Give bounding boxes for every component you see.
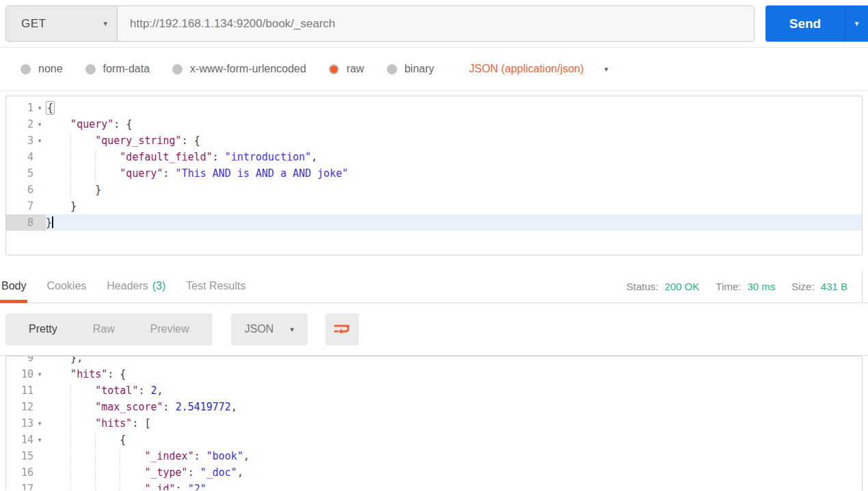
code-line-11[interactable]: 11"total": 2, bbox=[6, 382, 862, 399]
gutter: 14▾ bbox=[6, 432, 46, 448]
view-mode-label: Preview bbox=[150, 323, 189, 335]
line-number: 17 bbox=[6, 481, 33, 490]
line-number: 1 bbox=[6, 100, 33, 116]
code-line-3[interactable]: 3▾"query_string": { bbox=[6, 132, 862, 149]
divider bbox=[862, 272, 863, 303]
response-tabs: Body Cookies Headers (3) Test Results St… bbox=[0, 270, 868, 303]
url-input[interactable] bbox=[118, 6, 754, 41]
tab-label: Headers bbox=[107, 280, 148, 292]
fold-arrow-icon[interactable]: ▾ bbox=[33, 415, 46, 432]
code-text: } bbox=[46, 182, 862, 198]
line-number: 3 bbox=[6, 132, 33, 149]
request-body-editor[interactable]: 1▾{2▾"query": {3▾"query_string": {4"defa… bbox=[5, 96, 863, 255]
code-text: }, bbox=[46, 356, 862, 366]
size-value: 431 B bbox=[821, 281, 847, 292]
response-format-select[interactable]: JSON ▾ bbox=[231, 313, 308, 346]
code-text: "query": "This AND is AND a AND joke" bbox=[46, 165, 862, 182]
chevron-down-icon: ▾ bbox=[290, 325, 294, 334]
gutter: 13▾ bbox=[6, 415, 46, 432]
code-line-10[interactable]: 10▾"hits": { bbox=[6, 366, 862, 382]
gutter: 10▾ bbox=[6, 366, 46, 382]
radio-label: x-www-form-urlencoded bbox=[190, 63, 306, 75]
status-label: Status: bbox=[627, 281, 659, 292]
content-type-label: JSON (application/json) bbox=[469, 63, 584, 75]
url-control: GET ▾ bbox=[5, 5, 755, 42]
headers-count-badge: (3) bbox=[152, 280, 166, 292]
tab-test-results[interactable]: Test Results bbox=[185, 270, 247, 303]
code-line-2[interactable]: 2▾"query": { bbox=[6, 116, 862, 132]
code-text: "query": { bbox=[46, 116, 862, 132]
chevron-down-icon: ▾ bbox=[604, 65, 608, 74]
send-button[interactable]: Send bbox=[765, 5, 845, 42]
gutter: 6 bbox=[6, 182, 46, 198]
status-value: 200 OK bbox=[664, 281, 699, 292]
wrap-text-button[interactable] bbox=[325, 313, 359, 346]
fold-arrow-icon[interactable]: ▾ bbox=[33, 432, 46, 448]
chevron-down-icon: ▾ bbox=[855, 19, 859, 28]
code-line-6[interactable]: 6} bbox=[6, 182, 862, 198]
code-text: "hits": { bbox=[46, 366, 862, 382]
line-number: 12 bbox=[6, 399, 33, 415]
radio-none[interactable]: none bbox=[21, 63, 63, 75]
code-line-15[interactable]: 15"_index": "book", bbox=[6, 448, 862, 464]
fold-arrow-icon[interactable]: ▾ bbox=[33, 100, 46, 116]
time-value: 30 ms bbox=[747, 281, 775, 292]
code-line-14[interactable]: 14▾{ bbox=[6, 432, 862, 448]
line-number: 8 bbox=[6, 214, 33, 231]
code-line-4[interactable]: 4"default_field": "introduction", bbox=[6, 149, 862, 165]
line-number: 14 bbox=[6, 432, 33, 448]
line-number: 5 bbox=[6, 165, 33, 182]
status-meta: Status: 200 OK bbox=[627, 281, 700, 292]
code-text: { bbox=[46, 100, 862, 116]
view-mode-raw[interactable]: Raw bbox=[75, 323, 133, 335]
gutter: 12 bbox=[6, 399, 46, 415]
fold-arrow-icon[interactable]: ▾ bbox=[33, 116, 46, 132]
gutter: 7 bbox=[6, 198, 46, 214]
fold-arrow-icon[interactable]: ▾ bbox=[33, 366, 46, 382]
radio-raw[interactable]: raw bbox=[329, 63, 364, 75]
view-mode-label: Raw bbox=[93, 323, 115, 335]
send-label: Send bbox=[789, 16, 821, 31]
radio-form-data[interactable]: form-data bbox=[85, 63, 150, 75]
code-text: "_id": "2", bbox=[46, 481, 862, 490]
code-text: } bbox=[46, 198, 862, 214]
code-line-12[interactable]: 12"max_score": 2.5419772, bbox=[6, 399, 862, 415]
tab-body[interactable]: Body bbox=[0, 270, 27, 303]
radio-binary[interactable]: binary bbox=[387, 63, 435, 75]
tab-cookies[interactable]: Cookies bbox=[45, 270, 87, 303]
code-line-8[interactable]: 8} bbox=[6, 214, 862, 231]
view-mode-pretty[interactable]: Pretty bbox=[11, 323, 75, 335]
code-line-9[interactable]: 9}, bbox=[6, 356, 862, 366]
method-select[interactable]: GET ▾ bbox=[6, 6, 118, 41]
code-line-7[interactable]: 7} bbox=[6, 198, 862, 214]
code-line-5[interactable]: 5"query": "This AND is AND a AND joke" bbox=[6, 165, 862, 182]
response-body-editor[interactable]: 9},10▾"hits": {11"total": 2,12"max_score… bbox=[5, 356, 863, 490]
code-line-13[interactable]: 13▾"hits": [ bbox=[6, 415, 862, 432]
view-mode-label: Pretty bbox=[29, 323, 57, 335]
line-number: 10 bbox=[6, 366, 33, 382]
radio-x-www-form-urlencoded[interactable]: x-www-form-urlencoded bbox=[172, 63, 306, 75]
code-text: "max_score": 2.5419772, bbox=[46, 399, 862, 415]
code-text: "_type": "_doc", bbox=[46, 464, 862, 481]
code-line-1[interactable]: 1▾{ bbox=[6, 100, 862, 116]
fold-arrow-icon[interactable]: ▾ bbox=[33, 132, 46, 149]
code-line-16[interactable]: 16"_type": "_doc", bbox=[6, 464, 862, 481]
gutter: 9 bbox=[6, 356, 46, 366]
code-line-17[interactable]: 17"_id": "2", bbox=[6, 481, 862, 490]
send-options-button[interactable]: ▾ bbox=[845, 5, 868, 42]
gutter: 11 bbox=[6, 382, 46, 399]
tab-headers[interactable]: Headers (3) bbox=[105, 270, 167, 303]
code-text: "default_field": "introduction", bbox=[46, 149, 862, 165]
line-number: 4 bbox=[6, 149, 33, 165]
gutter: 5 bbox=[6, 165, 46, 182]
method-label: GET bbox=[21, 17, 103, 31]
line-number: 16 bbox=[6, 464, 33, 481]
content-type-select[interactable]: JSON (application/json) ▾ bbox=[469, 63, 608, 75]
radio-icon bbox=[21, 64, 31, 74]
line-number: 13 bbox=[6, 415, 33, 432]
gutter: 8 bbox=[6, 214, 46, 231]
response-toolbar: Pretty Raw Preview JSON ▾ bbox=[0, 303, 868, 356]
view-mode-preview[interactable]: Preview bbox=[133, 323, 207, 335]
radio-label: raw bbox=[347, 63, 364, 75]
line-number: 9 bbox=[6, 356, 33, 366]
